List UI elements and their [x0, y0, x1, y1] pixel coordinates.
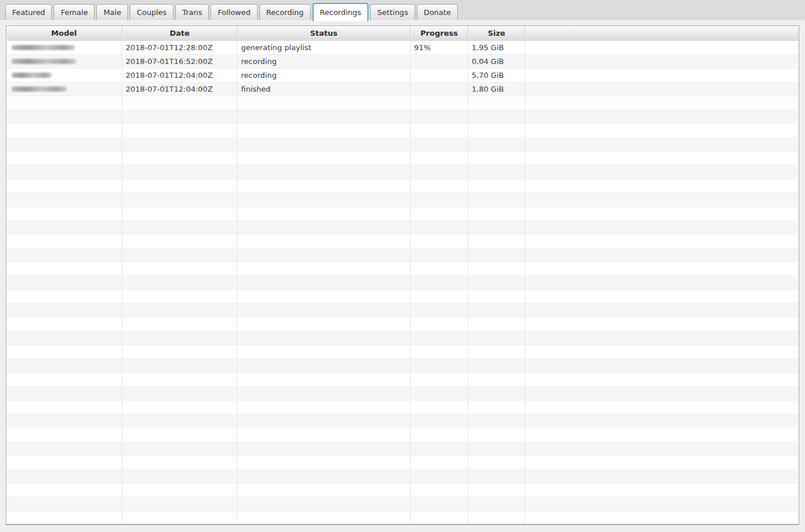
tab-featured[interactable]: Featured — [5, 4, 52, 20]
table-row-empty — [6, 318, 799, 331]
cell-progress — [411, 193, 468, 206]
cell-date — [122, 497, 238, 511]
tab-bar: FeaturedFemaleMaleCouplesTransFollowedRe… — [0, 0, 805, 20]
cell-progress: 91% — [411, 41, 468, 54]
cell-size — [468, 359, 525, 372]
tab-couples[interactable]: Couples — [130, 4, 174, 20]
cell-fill — [525, 55, 799, 68]
column-header-progress[interactable]: Progress — [411, 26, 468, 41]
model-name-redacted — [12, 45, 75, 50]
column-header-status[interactable]: Status — [238, 26, 411, 41]
cell-size — [468, 345, 525, 359]
cell-date — [122, 276, 238, 289]
tab-followed[interactable]: Followed — [210, 4, 257, 20]
cell-progress — [411, 276, 468, 289]
cell-date — [122, 442, 238, 455]
tab-donate[interactable]: Donate — [417, 4, 458, 20]
cell-fill — [525, 401, 799, 414]
cell-model — [6, 442, 122, 455]
cell-model — [6, 318, 122, 331]
table-row-empty — [6, 414, 799, 428]
cell-size — [468, 331, 525, 345]
cell-date: 2018-07-01T12:04:00Z — [122, 69, 238, 82]
cell-fill — [525, 124, 799, 137]
cell-fill — [525, 276, 799, 289]
cell-status — [238, 221, 411, 234]
cell-model — [6, 401, 122, 414]
cell-size — [468, 110, 525, 123]
cell-size — [468, 165, 525, 179]
cell-model — [6, 428, 122, 442]
tab-female[interactable]: Female — [54, 4, 95, 20]
cell-size — [468, 290, 525, 303]
model-name-redacted — [12, 86, 67, 92]
table-row[interactable]: 2018-07-01T12:28:00Zgenerating playlist9… — [6, 41, 799, 55]
table-row[interactable]: 2018-07-01T12:04:00Zfinished1,80 GiB — [6, 82, 799, 96]
table-row-empty — [6, 165, 799, 179]
cell-progress — [411, 221, 468, 234]
table-row-empty — [6, 470, 799, 484]
table-row-empty — [6, 387, 799, 401]
column-header-model[interactable]: Model — [6, 26, 122, 41]
cell-date: 2018-07-01T16:52:00Z — [122, 55, 238, 68]
cell-date — [122, 414, 238, 428]
cell-progress — [411, 428, 468, 442]
cell-progress — [411, 359, 468, 372]
table-row-empty — [6, 276, 799, 290]
cell-fill — [525, 414, 799, 428]
table-row-empty — [6, 345, 799, 359]
cell-model — [6, 235, 122, 248]
cell-model — [6, 221, 122, 234]
cell-size — [468, 401, 525, 414]
cell-fill — [525, 138, 799, 151]
cell-progress — [411, 152, 468, 165]
cell-status — [238, 248, 411, 262]
cell-model — [6, 124, 122, 137]
cell-date — [122, 345, 238, 359]
table-row-empty — [6, 290, 799, 304]
table-row[interactable]: 2018-07-01T12:04:00Zrecording5,70 GiB — [6, 69, 799, 82]
tab-settings[interactable]: Settings — [370, 4, 415, 20]
table-body: 2018-07-01T12:28:00Zgenerating playlist9… — [6, 41, 799, 525]
cell-size — [468, 428, 525, 442]
cell-size — [468, 511, 525, 525]
model-name-redacted — [12, 59, 76, 64]
cell-model — [6, 165, 122, 179]
cell-fill — [525, 179, 799, 193]
cell-progress — [411, 96, 468, 110]
table-row[interactable]: 2018-07-01T16:52:00Zrecording0,04 GiB — [6, 55, 799, 69]
cell-date: 2018-07-01T12:28:00Z — [122, 41, 238, 54]
table-row-empty — [6, 304, 799, 318]
cell-fill — [525, 152, 799, 165]
tab-trans[interactable]: Trans — [175, 4, 209, 20]
tab-recording[interactable]: Recording — [259, 4, 311, 20]
cell-date — [122, 511, 238, 525]
cell-fill — [525, 110, 799, 123]
cell-progress — [411, 165, 468, 179]
cell-fill — [525, 221, 799, 234]
cell-progress — [411, 470, 468, 483]
cell-size: 5,70 GiB — [468, 69, 525, 82]
cell-date — [122, 262, 238, 276]
cell-status: finished — [238, 82, 411, 96]
cell-size — [468, 276, 525, 289]
cell-status — [238, 110, 411, 123]
tab-male[interactable]: Male — [96, 4, 128, 20]
cell-progress — [411, 318, 468, 331]
cell-fill — [525, 359, 799, 372]
cell-fill — [525, 484, 799, 497]
cell-progress — [411, 124, 468, 137]
table-header-row: ModelDateStatusProgressSize — [6, 26, 799, 41]
tab-recordings[interactable]: Recordings — [313, 3, 369, 21]
column-header-date[interactable]: Date — [122, 26, 238, 41]
cell-status — [238, 318, 411, 331]
cell-fill — [525, 387, 799, 400]
cell-fill — [525, 373, 799, 386]
column-header-size[interactable]: Size — [468, 26, 525, 41]
cell-model — [6, 152, 122, 165]
cell-progress — [411, 387, 468, 400]
cell-date — [122, 248, 238, 262]
table-row-empty — [6, 235, 799, 248]
cell-date — [122, 304, 238, 317]
cell-fill — [525, 428, 799, 442]
